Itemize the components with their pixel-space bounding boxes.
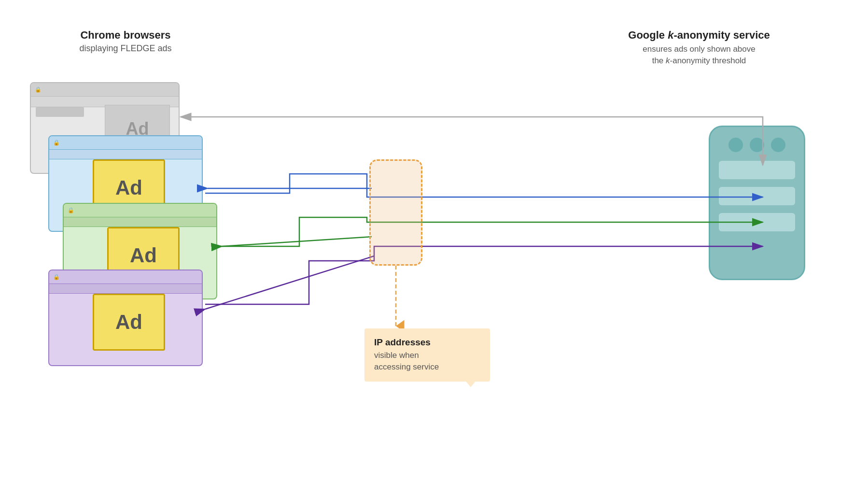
server-slots bbox=[710, 161, 804, 231]
lock-icon-purple: 🔒 bbox=[53, 274, 60, 280]
browser-green-bar: 🔒 bbox=[64, 204, 216, 217]
ip-visibility-box bbox=[369, 159, 422, 266]
header-left-subtitle: displaying FLEDGE ads bbox=[48, 43, 203, 54]
header-left: Chrome browsers displaying FLEDGE ads bbox=[48, 29, 203, 54]
ip-note-subtitle: visible whenaccessing service bbox=[374, 350, 480, 373]
header-left-title: Chrome browsers bbox=[48, 29, 203, 42]
header-right-title: Google k-anonymity service bbox=[617, 29, 781, 42]
browser-blue-bar: 🔒 bbox=[49, 136, 202, 150]
diagram-container: Chrome browsers displaying FLEDGE ads Go… bbox=[0, 0, 868, 483]
header-right: Google k-anonymity service ensures ads o… bbox=[617, 29, 781, 67]
browser-green-nav bbox=[64, 217, 216, 227]
browser-purple-bar: 🔒 bbox=[49, 270, 202, 284]
server-dots bbox=[710, 127, 804, 152]
server-slot-2 bbox=[719, 187, 795, 205]
browser-gray-bar: 🔒 bbox=[31, 83, 179, 97]
header-right-title-italic: k bbox=[668, 29, 673, 41]
server-slot-3 bbox=[719, 213, 795, 231]
browser-purple: 🔒 Ad bbox=[48, 270, 203, 366]
header-right-title-prefix: Google bbox=[628, 29, 668, 41]
lock-icon-green: 🔒 bbox=[68, 207, 74, 213]
lock-icon-gray: 🔒 bbox=[35, 86, 42, 93]
server-dot-2 bbox=[750, 138, 764, 152]
lock-icon-blue: 🔒 bbox=[53, 140, 60, 146]
header-right-subtitle: ensures ads only shown abovethe k-anonym… bbox=[617, 43, 781, 67]
header-right-title-suffix: -anonymity service bbox=[673, 29, 770, 41]
ad-box-purple: Ad bbox=[93, 294, 165, 351]
server-icon bbox=[709, 126, 805, 280]
server-slot-1 bbox=[719, 161, 795, 179]
ip-note-title: IP addresses bbox=[374, 337, 480, 348]
ip-note: IP addresses visible whenaccessing servi… bbox=[364, 328, 490, 382]
browser-purple-nav bbox=[49, 284, 202, 294]
browser-gray-tab1 bbox=[36, 107, 84, 117]
server-dot-1 bbox=[728, 138, 743, 152]
server-dot-3 bbox=[771, 138, 785, 152]
browser-blue-nav bbox=[49, 150, 202, 159]
